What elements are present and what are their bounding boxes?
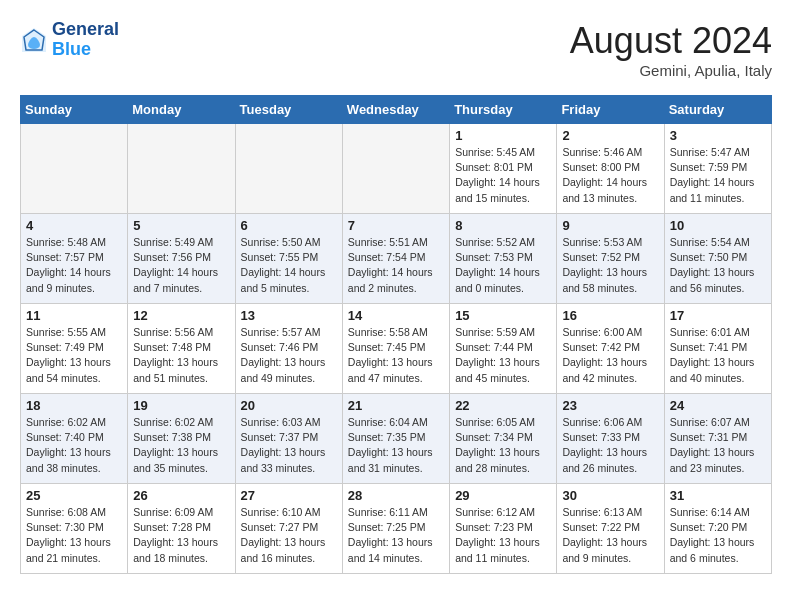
day-info: Sunrise: 6:02 AM Sunset: 7:40 PM Dayligh… [26, 415, 122, 476]
day-number: 7 [348, 218, 444, 233]
table-row: 29Sunrise: 6:12 AM Sunset: 7:23 PM Dayli… [450, 484, 557, 574]
day-number: 19 [133, 398, 229, 413]
col-sunday: Sunday [21, 96, 128, 124]
table-row [128, 124, 235, 214]
day-info: Sunrise: 5:49 AM Sunset: 7:56 PM Dayligh… [133, 235, 229, 296]
day-number: 29 [455, 488, 551, 503]
day-number: 12 [133, 308, 229, 323]
calendar-table: Sunday Monday Tuesday Wednesday Thursday… [20, 95, 772, 574]
day-number: 22 [455, 398, 551, 413]
page-header: General Blue August 2024 Gemini, Apulia,… [20, 20, 772, 79]
table-row: 21Sunrise: 6:04 AM Sunset: 7:35 PM Dayli… [342, 394, 449, 484]
table-row: 19Sunrise: 6:02 AM Sunset: 7:38 PM Dayli… [128, 394, 235, 484]
day-number: 17 [670, 308, 766, 323]
table-row: 30Sunrise: 6:13 AM Sunset: 7:22 PM Dayli… [557, 484, 664, 574]
day-info: Sunrise: 6:03 AM Sunset: 7:37 PM Dayligh… [241, 415, 337, 476]
day-info: Sunrise: 6:13 AM Sunset: 7:22 PM Dayligh… [562, 505, 658, 566]
day-info: Sunrise: 6:06 AM Sunset: 7:33 PM Dayligh… [562, 415, 658, 476]
day-info: Sunrise: 5:58 AM Sunset: 7:45 PM Dayligh… [348, 325, 444, 386]
day-info: Sunrise: 5:59 AM Sunset: 7:44 PM Dayligh… [455, 325, 551, 386]
day-number: 6 [241, 218, 337, 233]
table-row: 27Sunrise: 6:10 AM Sunset: 7:27 PM Dayli… [235, 484, 342, 574]
day-number: 8 [455, 218, 551, 233]
col-saturday: Saturday [664, 96, 771, 124]
table-row: 15Sunrise: 5:59 AM Sunset: 7:44 PM Dayli… [450, 304, 557, 394]
day-number: 13 [241, 308, 337, 323]
day-info: Sunrise: 5:52 AM Sunset: 7:53 PM Dayligh… [455, 235, 551, 296]
col-tuesday: Tuesday [235, 96, 342, 124]
table-row: 2Sunrise: 5:46 AM Sunset: 8:00 PM Daylig… [557, 124, 664, 214]
day-info: Sunrise: 6:07 AM Sunset: 7:31 PM Dayligh… [670, 415, 766, 476]
table-row [235, 124, 342, 214]
day-number: 14 [348, 308, 444, 323]
table-row: 17Sunrise: 6:01 AM Sunset: 7:41 PM Dayli… [664, 304, 771, 394]
table-row: 12Sunrise: 5:56 AM Sunset: 7:48 PM Dayli… [128, 304, 235, 394]
day-number: 24 [670, 398, 766, 413]
day-info: Sunrise: 5:57 AM Sunset: 7:46 PM Dayligh… [241, 325, 337, 386]
day-info: Sunrise: 5:46 AM Sunset: 8:00 PM Dayligh… [562, 145, 658, 206]
calendar-week-row: 25Sunrise: 6:08 AM Sunset: 7:30 PM Dayli… [21, 484, 772, 574]
day-number: 21 [348, 398, 444, 413]
table-row: 20Sunrise: 6:03 AM Sunset: 7:37 PM Dayli… [235, 394, 342, 484]
table-row: 25Sunrise: 6:08 AM Sunset: 7:30 PM Dayli… [21, 484, 128, 574]
calendar-week-row: 11Sunrise: 5:55 AM Sunset: 7:49 PM Dayli… [21, 304, 772, 394]
table-row: 26Sunrise: 6:09 AM Sunset: 7:28 PM Dayli… [128, 484, 235, 574]
day-number: 11 [26, 308, 122, 323]
month-title: August 2024 [570, 20, 772, 62]
calendar-week-row: 1Sunrise: 5:45 AM Sunset: 8:01 PM Daylig… [21, 124, 772, 214]
table-row: 4Sunrise: 5:48 AM Sunset: 7:57 PM Daylig… [21, 214, 128, 304]
day-info: Sunrise: 6:01 AM Sunset: 7:41 PM Dayligh… [670, 325, 766, 386]
table-row: 1Sunrise: 5:45 AM Sunset: 8:01 PM Daylig… [450, 124, 557, 214]
day-number: 5 [133, 218, 229, 233]
day-info: Sunrise: 6:12 AM Sunset: 7:23 PM Dayligh… [455, 505, 551, 566]
location-subtitle: Gemini, Apulia, Italy [570, 62, 772, 79]
day-number: 23 [562, 398, 658, 413]
day-number: 25 [26, 488, 122, 503]
table-row: 14Sunrise: 5:58 AM Sunset: 7:45 PM Dayli… [342, 304, 449, 394]
day-number: 1 [455, 128, 551, 143]
day-number: 30 [562, 488, 658, 503]
day-number: 18 [26, 398, 122, 413]
calendar-week-row: 4Sunrise: 5:48 AM Sunset: 7:57 PM Daylig… [21, 214, 772, 304]
day-number: 4 [26, 218, 122, 233]
day-info: Sunrise: 6:09 AM Sunset: 7:28 PM Dayligh… [133, 505, 229, 566]
logo-icon [20, 26, 48, 54]
col-friday: Friday [557, 96, 664, 124]
table-row: 5Sunrise: 5:49 AM Sunset: 7:56 PM Daylig… [128, 214, 235, 304]
day-info: Sunrise: 6:14 AM Sunset: 7:20 PM Dayligh… [670, 505, 766, 566]
table-row: 8Sunrise: 5:52 AM Sunset: 7:53 PM Daylig… [450, 214, 557, 304]
table-row: 10Sunrise: 5:54 AM Sunset: 7:50 PM Dayli… [664, 214, 771, 304]
day-info: Sunrise: 5:56 AM Sunset: 7:48 PM Dayligh… [133, 325, 229, 386]
day-number: 2 [562, 128, 658, 143]
day-info: Sunrise: 6:11 AM Sunset: 7:25 PM Dayligh… [348, 505, 444, 566]
day-info: Sunrise: 5:47 AM Sunset: 7:59 PM Dayligh… [670, 145, 766, 206]
day-info: Sunrise: 6:05 AM Sunset: 7:34 PM Dayligh… [455, 415, 551, 476]
day-info: Sunrise: 6:04 AM Sunset: 7:35 PM Dayligh… [348, 415, 444, 476]
table-row: 22Sunrise: 6:05 AM Sunset: 7:34 PM Dayli… [450, 394, 557, 484]
calendar-week-row: 18Sunrise: 6:02 AM Sunset: 7:40 PM Dayli… [21, 394, 772, 484]
table-row: 3Sunrise: 5:47 AM Sunset: 7:59 PM Daylig… [664, 124, 771, 214]
table-row: 31Sunrise: 6:14 AM Sunset: 7:20 PM Dayli… [664, 484, 771, 574]
table-row: 28Sunrise: 6:11 AM Sunset: 7:25 PM Dayli… [342, 484, 449, 574]
calendar-header-row: Sunday Monday Tuesday Wednesday Thursday… [21, 96, 772, 124]
day-number: 16 [562, 308, 658, 323]
day-number: 28 [348, 488, 444, 503]
day-number: 10 [670, 218, 766, 233]
table-row [21, 124, 128, 214]
day-info: Sunrise: 5:50 AM Sunset: 7:55 PM Dayligh… [241, 235, 337, 296]
col-thursday: Thursday [450, 96, 557, 124]
table-row: 9Sunrise: 5:53 AM Sunset: 7:52 PM Daylig… [557, 214, 664, 304]
col-monday: Monday [128, 96, 235, 124]
table-row: 6Sunrise: 5:50 AM Sunset: 7:55 PM Daylig… [235, 214, 342, 304]
day-number: 15 [455, 308, 551, 323]
day-info: Sunrise: 6:08 AM Sunset: 7:30 PM Dayligh… [26, 505, 122, 566]
day-info: Sunrise: 6:00 AM Sunset: 7:42 PM Dayligh… [562, 325, 658, 386]
day-number: 31 [670, 488, 766, 503]
logo-text: General Blue [52, 20, 119, 60]
day-info: Sunrise: 5:51 AM Sunset: 7:54 PM Dayligh… [348, 235, 444, 296]
day-info: Sunrise: 5:55 AM Sunset: 7:49 PM Dayligh… [26, 325, 122, 386]
day-info: Sunrise: 5:53 AM Sunset: 7:52 PM Dayligh… [562, 235, 658, 296]
table-row: 13Sunrise: 5:57 AM Sunset: 7:46 PM Dayli… [235, 304, 342, 394]
title-block: August 2024 Gemini, Apulia, Italy [570, 20, 772, 79]
day-number: 27 [241, 488, 337, 503]
